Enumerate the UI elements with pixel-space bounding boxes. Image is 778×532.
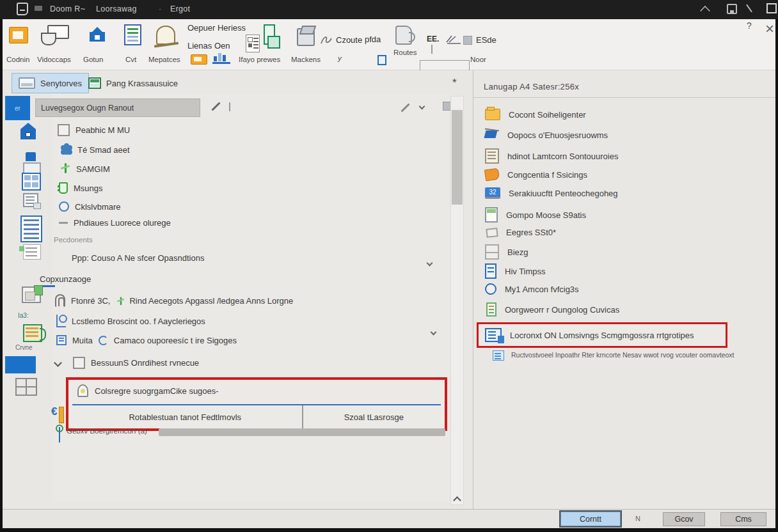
tab-label: Pang Krassausuice: [106, 79, 178, 88]
list-item[interactable]: Congcentia f Ssicings: [485, 169, 587, 180]
chevron-down-icon[interactable]: [54, 359, 62, 367]
favorite-star-icon[interactable]: *: [452, 77, 457, 90]
footer-item-label: Gebxv Boerglremcorf (a): [67, 427, 147, 435]
folder-icon[interactable]: [9, 27, 28, 43]
cancel-button[interactable]: Cms: [720, 512, 766, 526]
highlight-column-2[interactable]: Szoal tLasrosge: [302, 405, 445, 428]
right-panel-header: Lanugap A4 Satesr:256x: [484, 82, 579, 91]
sidebar-green-list-icon[interactable]: [23, 244, 41, 260]
ribbon-menu-item[interactable]: ESde: [476, 35, 496, 45]
selected-item-badge[interactable]: er: [5, 96, 30, 120]
titlebar-menu-item[interactable]: Loorsawag: [96, 4, 137, 13]
ribbon-group-label[interactable]: Routes: [393, 49, 417, 56]
list-item[interactable]: Msungs: [59, 182, 103, 194]
help-icon[interactable]: ?: [747, 20, 752, 31]
list-item[interactable]: Eegres SSt0*: [486, 228, 556, 237]
list-item-label: Rind Aecegots Apgassl /ledgea Anns Lorgn…: [129, 296, 293, 306]
package-icon[interactable]: [297, 28, 315, 46]
ribbon-menu-item[interactable]: Oepuer Heriess: [187, 23, 246, 33]
list-item[interactable]: 32 Serakiuucftt Penteochegoheg: [485, 187, 618, 199]
list-item[interactable]: BessuunS Onrdihest rvnecue: [55, 357, 199, 369]
ribbon-menu-item[interactable]: Lienas Oen: [187, 41, 230, 51]
list-item[interactable]: Biezg: [485, 244, 528, 260]
home-icon[interactable]: [90, 27, 106, 42]
list-item-label: Serakiuucftt Penteochegoheg: [509, 189, 618, 198]
titlebar-menu-item[interactable]: Doom R~: [50, 4, 85, 13]
list-icon[interactable]: [246, 35, 260, 52]
radio-icon[interactable]: [485, 283, 496, 295]
signature-icon: [445, 33, 463, 46]
list-item[interactable]: Gompo Moose S9atis: [485, 207, 586, 223]
small-card-icon: [486, 228, 498, 238]
minimize-icon[interactable]: [700, 6, 710, 16]
jug-icon[interactable]: [395, 26, 412, 45]
name-input[interactable]: [35, 98, 200, 117]
list-item[interactable]: Hiv Timpss: [485, 263, 546, 279]
ribbon-menu-item[interactable]: EE.: [427, 35, 439, 43]
sidebar-color-folder-icon[interactable]: [22, 286, 41, 303]
list-item[interactable]: Oopocs o'Ehuosjesruowms: [485, 129, 608, 141]
tab-senytorves[interactable]: Senytorves: [12, 73, 89, 93]
ribbon-group-label[interactable]: Gotun: [83, 56, 103, 63]
list-item[interactable]: Té Smad aeet: [61, 145, 130, 155]
ribbon-group-label[interactable]: Codnin: [6, 56, 29, 63]
scrollbar-thumb[interactable]: [452, 110, 463, 205]
ok-button[interactable]: Corntt: [560, 512, 621, 526]
sidebar-grid-doc-icon[interactable]: [22, 173, 41, 191]
document-icon[interactable]: [124, 24, 141, 45]
link-copxunzaoge[interactable]: Copxunzaoge: [40, 274, 91, 284]
list-item[interactable]: Oorgweorr r Oungolog Cuvicas: [486, 302, 619, 317]
flower-icon: [61, 145, 72, 155]
list-item[interactable]: Ftonré 3C, Rind Aecegots Apgassl /ledgea…: [55, 294, 293, 307]
checkbox-icon[interactable]: [58, 124, 70, 136]
highlight-column-1[interactable]: Rotablestuan tanot Fedtlmovls: [68, 405, 302, 428]
pipeline-icon[interactable]: [262, 24, 279, 52]
sidebar-label: Ia3:: [18, 312, 29, 319]
titlebar-menu-item[interactable]: Ergot: [170, 4, 190, 13]
card-shield-icon[interactable]: [40, 25, 68, 45]
ribbon-group-label[interactable]: Mackens: [291, 56, 321, 63]
restore-icon[interactable]: [746, 4, 752, 13]
sidebar-selected-item[interactable]: [5, 356, 36, 373]
folder-small-icon[interactable]: [191, 54, 207, 65]
ribbon-group-label[interactable]: Cvt: [125, 56, 136, 63]
list-item[interactable]: Phdiaues Luorece olurege: [59, 218, 171, 228]
checkbox-icon[interactable]: [73, 357, 85, 369]
ribbon-menu-item[interactable]: pfda: [365, 35, 381, 44]
sidebar-copy-doc-icon[interactable]: [23, 193, 38, 207]
sidebar-lined-doc-icon[interactable]: [20, 215, 42, 242]
highlighted-list-item[interactable]: Locronxt ON Lomsivngs Scmgmgossra rrtgro…: [477, 322, 727, 348]
list-item[interactable]: Locronxt ON Lomsivngs Scmgmgossra rrtgro…: [485, 328, 694, 342]
close-icon[interactable]: ×: [761, 20, 778, 37]
list-item[interactable]: SAMGIM: [60, 163, 110, 175]
sidebar-home-icon[interactable]: [19, 123, 37, 139]
list-item[interactable]: hdinot Lamtcorn Sontouuroies: [485, 148, 618, 164]
ribbon-group-label[interactable]: Mepatces: [148, 56, 180, 63]
ribbon-group-label[interactable]: Ifayo prewes: [239, 56, 280, 63]
sidebar-grid-icon[interactable]: [15, 378, 37, 396]
apply-button[interactable]: Gcov: [663, 512, 705, 526]
squiggle-icon: [319, 33, 333, 47]
ribbon-group-label[interactable]: Noor: [470, 56, 486, 63]
list-item[interactable]: Peabhic M MU: [58, 124, 130, 136]
bell-icon[interactable]: [156, 26, 175, 45]
footer-item[interactable]: Gebxv Boerglremcorf (a): [67, 427, 147, 435]
tab-pang-krassausuice[interactable]: Pang Krassausuice: [82, 73, 184, 93]
list-item[interactable]: My1 Amcon fvfcig3s: [485, 283, 579, 295]
list-item[interactable]: Ppp: Couso A Ne sfcer Opasndtions: [72, 253, 204, 263]
chart-icon[interactable]: [212, 52, 230, 64]
list-item[interactable]: Lcstlemo Broscint oo. f Aaycleriegos: [56, 315, 205, 327]
list-item[interactable]: Cklslvbmare: [59, 201, 121, 212]
list-item-label: Congcentia f Ssicings: [507, 170, 587, 180]
list-item[interactable]: Cocont Soiheligenter: [485, 109, 586, 120]
ribbon-group-label[interactable]: Vidoccaps: [37, 56, 71, 63]
radio-icon[interactable]: [59, 201, 69, 212]
sidebar-notes-icon[interactable]: [23, 324, 42, 342]
list-item[interactable]: Muita Camaco ouporeesíc t ire Sigoges: [56, 335, 237, 345]
dialog-footer: Corntt N Gcov Cms: [3, 509, 775, 528]
highlighted-section[interactable]: Colsregre suogrgamCike sugoes- Rotablest…: [66, 377, 447, 431]
maximize-icon[interactable]: [766, 3, 777, 13]
ribbon-menu-item[interactable]: Czoute: [336, 35, 362, 45]
folder-icon: [485, 109, 500, 120]
print-icon[interactable]: [727, 4, 737, 14]
